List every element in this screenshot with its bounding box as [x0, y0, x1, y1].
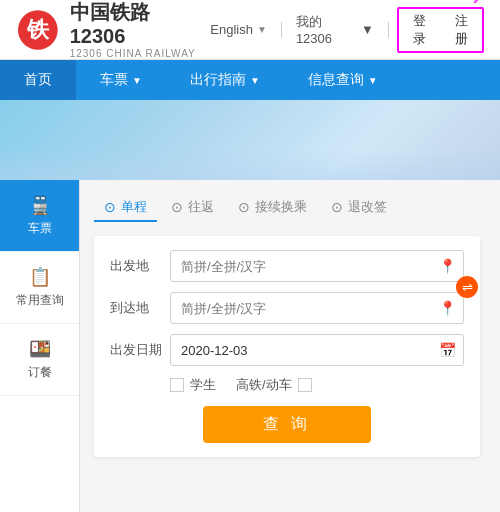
- sidebar-item-common-query[interactable]: 📋 常用查询: [0, 252, 79, 324]
- my12306-menu[interactable]: 我的12306 ▼: [290, 9, 380, 50]
- sidebar-tickets-label: 车票: [28, 220, 52, 237]
- login-button[interactable]: 登录: [399, 9, 441, 51]
- tab-refund-icon: ⊙: [331, 199, 343, 215]
- divider: [281, 22, 282, 38]
- calendar-icon: 📅: [439, 342, 456, 358]
- tab-roundtrip[interactable]: ⊙ 往返: [161, 194, 224, 222]
- header: 铁 中国铁路12306 12306 CHINA RAILWAY English …: [0, 0, 500, 60]
- student-label: 学生: [190, 376, 216, 394]
- arrival-row: 到达地 📍: [110, 292, 464, 324]
- departure-input[interactable]: [170, 250, 464, 282]
- gaotie-option: 高铁/动车: [236, 376, 312, 394]
- banner: [0, 100, 500, 180]
- booking-form: 出发地 📍 ⇌ 到达地 📍 出发日期: [94, 236, 480, 457]
- nav-item-tickets[interactable]: 车票 ▼: [76, 60, 166, 100]
- main-content: 🚆 车票 📋 常用查询 🍱 订餐 ⊙ 单程 ⊙ 往返 ⊙ 接续换乘: [0, 180, 500, 512]
- meal-icon: 🍱: [29, 338, 51, 360]
- tab-oneway-label: 单程: [121, 198, 147, 216]
- tab-oneway[interactable]: ⊙ 单程: [94, 194, 157, 222]
- search-button[interactable]: 查 询: [203, 406, 371, 443]
- query-icon: 📋: [29, 266, 51, 288]
- swap-button[interactable]: ⇌: [456, 276, 478, 298]
- options-row: 学生 高铁/动车: [170, 376, 464, 394]
- sidebar: 🚆 车票 📋 常用查询 🍱 订餐: [0, 180, 80, 512]
- departure-label: 出发地: [110, 257, 170, 275]
- logo-title: 中国铁路12306: [70, 0, 205, 48]
- booking-panel: ⊙ 单程 ⊙ 往返 ⊙ 接续换乘 ⊙ 退改签 出发地: [80, 180, 500, 512]
- sidebar-query-label: 常用查询: [16, 292, 64, 309]
- tab-transfer-icon: ⊙: [238, 199, 250, 215]
- ticket-icon: 🚆: [29, 194, 51, 216]
- sidebar-meal-label: 订餐: [28, 364, 52, 381]
- search-btn-row: 查 询: [110, 406, 464, 443]
- departure-input-wrap: 📍: [170, 250, 464, 282]
- logo-area: 铁 中国铁路12306 12306 CHINA RAILWAY: [16, 0, 204, 59]
- student-option: 学生: [170, 376, 216, 394]
- svg-text:铁: 铁: [26, 16, 50, 41]
- my12306-label: 我的12306: [296, 13, 357, 46]
- tab-refund-label: 退改签: [348, 198, 387, 216]
- origin-dest-group: 出发地 📍 ⇌ 到达地 📍: [110, 250, 464, 324]
- tab-roundtrip-label: 往返: [188, 198, 214, 216]
- tab-transfer[interactable]: ⊙ 接续换乘: [228, 194, 317, 222]
- nav-info-arrow-icon: ▼: [368, 75, 378, 86]
- gaotie-checkbox[interactable]: [298, 378, 312, 392]
- date-label: 出发日期: [110, 341, 170, 359]
- nav-home-label: 首页: [24, 71, 52, 89]
- logo-subtitle: 12306 CHINA RAILWAY: [70, 48, 205, 59]
- tab-refund[interactable]: ⊙ 退改签: [321, 194, 397, 222]
- student-checkbox[interactable]: [170, 378, 184, 392]
- sidebar-item-tickets[interactable]: 🚆 车票: [0, 180, 79, 252]
- nav-item-guide[interactable]: 出行指南 ▼: [166, 60, 284, 100]
- main-nav: 首页 车票 ▼ 出行指南 ▼ 信息查询 ▼: [0, 60, 500, 100]
- tab-transfer-label: 接续换乘: [255, 198, 307, 216]
- logo-text-area: 中国铁路12306 12306 CHINA RAILWAY: [70, 0, 205, 59]
- arrival-input[interactable]: [170, 292, 464, 324]
- sidebar-item-meal[interactable]: 🍱 订餐: [0, 324, 79, 396]
- my12306-arrow-icon: ▼: [361, 22, 374, 37]
- nav-tickets-arrow-icon: ▼: [132, 75, 142, 86]
- divider2: [388, 22, 389, 38]
- lang-label: English: [210, 22, 253, 37]
- nav-item-info[interactable]: 信息查询 ▼: [284, 60, 402, 100]
- date-input[interactable]: [170, 334, 464, 366]
- lang-selector[interactable]: English ▼: [204, 18, 273, 41]
- register-button[interactable]: 注册: [440, 9, 482, 51]
- gaotie-label: 高铁/动车: [236, 376, 292, 394]
- arrow-indicator-icon: ↗: [471, 0, 486, 9]
- arrival-label: 到达地: [110, 299, 170, 317]
- tab-oneway-icon: ⊙: [104, 199, 116, 215]
- nav-item-home[interactable]: 首页: [0, 60, 76, 100]
- nav-guide-arrow-icon: ▼: [250, 75, 260, 86]
- logo-icon: 铁: [16, 8, 60, 52]
- arrival-input-wrap: 📍: [170, 292, 464, 324]
- tab-roundtrip-icon: ⊙: [171, 199, 183, 215]
- nav-tickets-label: 车票: [100, 71, 128, 89]
- date-input-wrap: 📅: [170, 334, 464, 366]
- location-icon-arrival: 📍: [439, 300, 456, 316]
- nav-guide-label: 出行指南: [190, 71, 246, 89]
- nav-info-label: 信息查询: [308, 71, 364, 89]
- booking-tabs: ⊙ 单程 ⊙ 往返 ⊙ 接续换乘 ⊙ 退改签: [94, 194, 480, 222]
- departure-row: 出发地 📍: [110, 250, 464, 282]
- auth-buttons: ↗ 登录 注册: [397, 7, 484, 53]
- header-right: English ▼ 我的12306 ▼ ↗ 登录 注册: [204, 7, 484, 53]
- date-row: 出发日期 📅: [110, 334, 464, 366]
- lang-arrow-icon: ▼: [257, 24, 267, 35]
- location-icon-departure: 📍: [439, 258, 456, 274]
